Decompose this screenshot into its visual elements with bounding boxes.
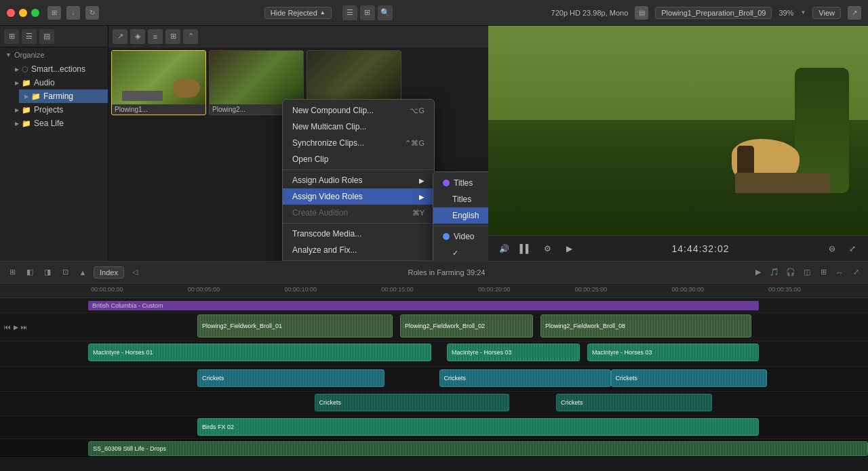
ctx-open-clip[interactable]: Open Clip — [283, 151, 434, 167]
quality-icon[interactable]: ▤ — [635, 6, 648, 20]
sidebar-item-sea-life[interactable]: ▶ 📁 Sea Life — [9, 117, 108, 130]
titlebar-right: 720p HD 23.98p, Mono ▤ Plowing1_Preparat… — [551, 6, 861, 20]
timeline-right-icons: ▶ 🎵 🎧 ◫ ⊞ ↔ ⤢ — [751, 266, 863, 279]
tl-icon-4[interactable]: ⊡ — [58, 266, 72, 279]
browser-icon3[interactable]: ≡ — [148, 29, 163, 44]
view-button[interactable]: View — [812, 7, 841, 19]
tl-icon-2[interactable]: ◧ — [23, 266, 37, 279]
ruler-mark-4: 00:00:20:00 — [478, 286, 511, 293]
scene-equipment — [735, 173, 830, 193]
bottom-clip[interactable]: SS_60309 Still Life - Drops — [88, 441, 868, 456]
tl-right-icon-6[interactable]: ↔ — [833, 266, 846, 279]
sidebar-icon3[interactable]: ▤ — [39, 29, 54, 44]
traffic-lights — [7, 9, 39, 17]
video-clip-1[interactable]: Plowing2_Fieldwork_Broll_01 — [197, 314, 393, 337]
audio-horses-2[interactable]: MacIntyre - Horses 03 — [447, 344, 580, 361]
video-clip-2[interactable]: Plowing2_Fieldwork_Broll_02 — [400, 314, 533, 337]
submenu-assign-video-roles: Titles ⌃⌥T Titles English ▌ Video — [433, 171, 488, 261]
submenu-titles-main[interactable]: Titles ⌃⌥T — [433, 175, 488, 191]
app: ⊞ ↓ ↻ Hide Rejected ▲ ☰ ⊞ 🔍 720p HD 23.9… — [0, 0, 868, 471]
titlebar-center: Hide Rejected ▲ ☰ ⊞ 🔍 — [106, 5, 551, 20]
settings-icon[interactable]: ⚙ — [540, 241, 555, 256]
fullscreen-icon[interactable]: ⤢ — [845, 241, 860, 256]
ruler-mark-6: 00:00:30:00 — [672, 286, 705, 293]
submenu-english[interactable]: English ▌ — [433, 207, 488, 224]
crickets1-2[interactable]: Crickets — [439, 369, 611, 387]
timeline-header: ⊞ ◧ ◨ ⊡ ▲ Index ◁ Roles in Farming 39:24… — [0, 262, 868, 283]
tl-right-icon-3[interactable]: 🎧 — [784, 266, 797, 279]
sidebar-item-projects[interactable]: ▶ 📁 Projects — [9, 103, 108, 117]
video-clip-3[interactable]: Plowing2_Fieldwork_Broll_08 — [540, 314, 751, 337]
submenu-titles-sub[interactable]: Titles — [433, 191, 488, 207]
track-content-color: British Columbia - Custom — [88, 298, 868, 312]
tl-icon-3[interactable]: ◨ — [41, 266, 54, 279]
list-view-button[interactable]: ☰ — [342, 5, 357, 20]
submenu-video-main[interactable]: Video ⌃⌥V — [433, 228, 488, 245]
timeline-ruler: 00:00:00:00 00:00:05:00 00:00:10:00 00:0… — [0, 283, 868, 298]
crickets2-1[interactable]: Crickets — [315, 394, 510, 411]
tl-right-icon-5[interactable]: ⊞ — [816, 266, 830, 279]
ctx-new-multicam-clip[interactable]: New Multicam Clip... — [283, 119, 434, 135]
ctx-transcode-media[interactable]: Transcode Media... — [283, 226, 434, 242]
timeline-tracks: British Columbia - Custom ⏮ ▶ ⏭ Plowi — [0, 298, 868, 471]
tl-icon-6[interactable]: ◁ — [128, 266, 142, 279]
audio-horses-3[interactable]: MacIntyre - Horses 03 — [587, 344, 759, 361]
browser-icon1[interactable]: ↗ — [113, 29, 127, 44]
fullscreen-button[interactable] — [31, 9, 39, 17]
ctx-assign-video-roles[interactable]: Assign Video Roles ▶ — [283, 188, 434, 205]
color-bar-clip[interactable]: British Columbia - Custom — [88, 301, 759, 310]
crickets1-3[interactable]: Crickets — [611, 369, 767, 387]
import-icon[interactable]: ↓ — [66, 6, 80, 20]
hide-rejected-button[interactable]: Hide Rejected ▲ — [264, 7, 332, 19]
zoom-out-icon[interactable]: ⊖ — [825, 241, 840, 256]
browser-icon2[interactable]: ◈ — [130, 29, 145, 44]
sidebar-icon2[interactable]: ☰ — [22, 29, 37, 44]
ctx-analyze-fix[interactable]: Analyze and Fix... — [283, 242, 434, 258]
preview-controls: 🔊 ▌▌ ⚙ ▶ 14:44:32:02 ⊖ ⤢ — [488, 235, 868, 261]
clip-thumbnail-2 — [210, 51, 304, 104]
play-button[interactable]: ▶ — [561, 241, 576, 256]
minimize-button[interactable] — [19, 9, 27, 17]
ctx-create-audition[interactable]: Create Audition ⌘Y — [283, 205, 434, 221]
grid-view-button[interactable]: ⊞ — [360, 5, 375, 20]
track-content-bottom: SS_60309 Still Life - Drops — [88, 439, 868, 457]
audio-horses-1[interactable]: MacIntyre - Horses 01 — [88, 344, 431, 361]
sync-icon[interactable]: ↻ — [85, 6, 99, 20]
ctx-new-compound-clip[interactable]: New Compound Clip... ⌥G — [283, 102, 434, 119]
tl-right-icon-1[interactable]: ▶ — [751, 266, 765, 279]
library-icon[interactable]: ⊞ — [47, 6, 61, 20]
clip-name-display: Plowing1_Preparation_Broll_09 — [655, 7, 772, 19]
ctx-synchronize-clips[interactable]: Synchronize Clips... ⌃⌘G — [283, 135, 434, 151]
tl-right-icon-7[interactable]: ⤢ — [849, 266, 863, 279]
sidebar-icon1[interactable]: ⊞ — [4, 29, 19, 44]
ctx-assign-audio-roles[interactable]: Assign Audio Roles ▶ — [283, 172, 434, 188]
close-button[interactable] — [7, 9, 15, 17]
share-icon[interactable]: ↗ — [848, 6, 861, 20]
track-color-bar: British Columbia - Custom — [0, 298, 868, 313]
browser-icon4[interactable]: ⊞ — [165, 29, 180, 44]
tl-icon-1[interactable]: ⊞ — [5, 266, 19, 279]
search-button[interactable]: 🔍 — [378, 5, 393, 20]
tl-right-icon-4[interactable]: ◫ — [800, 266, 814, 279]
sidebar: ⊞ ☰ ▤ ▼ Organize ▶ ⬡ Smart...ections ▶ 📁… — [0, 26, 108, 261]
track-audio-bottom: SS_60309 Still Life - Drops — [0, 439, 868, 458]
crickets1-1[interactable]: Crickets — [197, 369, 384, 387]
audio-meter-icon[interactable]: ▌▌ — [518, 241, 533, 256]
sidebar-toolbar: ⊞ ☰ ▤ — [0, 26, 108, 47]
tl-icon-5[interactable]: ▲ — [76, 266, 90, 279]
tl-right-icon-2[interactable]: 🎵 — [768, 266, 781, 279]
clip-label-1: Plowing1... — [112, 104, 205, 115]
track-video: ⏮ ▶ ⏭ Plowing2_Fieldwork_Broll_01 Plowin… — [0, 313, 868, 342]
submenu-video-checked[interactable]: ✓ Video — [433, 245, 488, 261]
clip-item-1[interactable]: Plowing1... — [111, 50, 206, 115]
sidebar-item-smart-collections[interactable]: ▶ ⬡ Smart...ections — [9, 62, 108, 76]
birds-clip[interactable]: Birds FX 02 — [197, 418, 759, 436]
index-button[interactable]: Index — [94, 266, 124, 279]
browser-icon5[interactable]: ⌃ — [183, 29, 198, 44]
timecode-display: 14:44:32:02 — [672, 243, 730, 254]
volume-icon[interactable]: 🔊 — [496, 241, 511, 256]
titles-dot — [443, 180, 450, 186]
crickets2-2[interactable]: Crickets — [556, 394, 712, 411]
sidebar-item-audio[interactable]: ▶ 📁 Audio — [9, 76, 108, 89]
sidebar-item-farming[interactable]: ▶ 📁 Farming — [19, 89, 108, 103]
